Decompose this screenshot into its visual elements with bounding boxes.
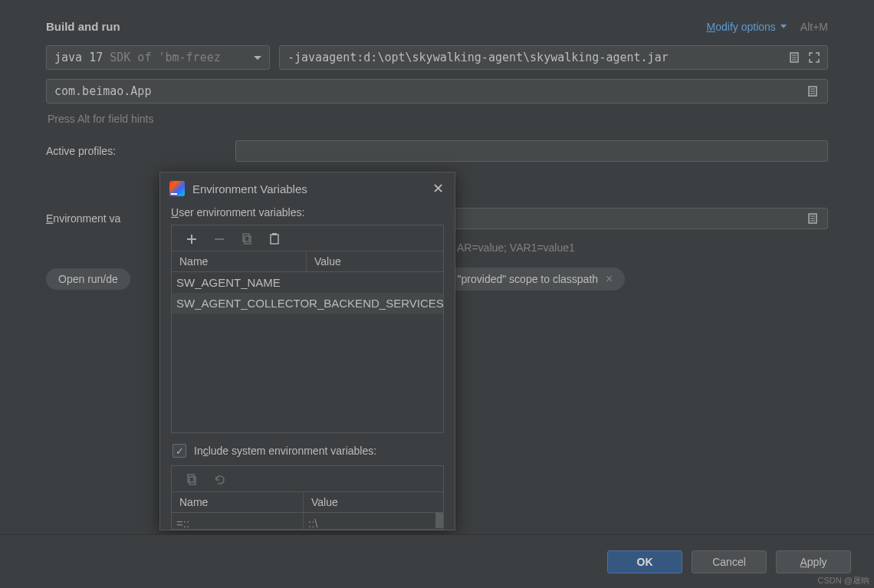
column-name[interactable]: Name bbox=[172, 492, 304, 512]
insert-icon[interactable] bbox=[807, 212, 820, 225]
main-class-input[interactable]: com.beimao.App bbox=[46, 79, 828, 103]
field-hint: Press Alt for field hints bbox=[48, 113, 828, 125]
svg-rect-13 bbox=[245, 236, 251, 244]
user-env-label: User environment variables: bbox=[160, 203, 455, 225]
close-icon[interactable]: × bbox=[606, 272, 613, 286]
insert-icon[interactable] bbox=[807, 85, 820, 97]
sys-env-table-header: Name Value bbox=[171, 491, 444, 513]
remove-icon[interactable] bbox=[213, 233, 225, 245]
insert-icon[interactable] bbox=[789, 51, 801, 64]
user-env-table-header: Name Value bbox=[171, 251, 444, 272]
table-row[interactable]: SW_AGENT_COLLECTOR_BACKEND_SERVICES bbox=[172, 293, 443, 314]
vm-options-input[interactable]: -javaagent:d:\opt\skywalking-agent\skywa… bbox=[279, 45, 828, 70]
expand-icon[interactable] bbox=[809, 52, 820, 63]
table-row[interactable]: SW_AGENT_NAME bbox=[172, 272, 443, 293]
copy-icon[interactable] bbox=[186, 474, 198, 486]
modify-options-link[interactable]: Modify options bbox=[707, 21, 787, 33]
sdk-dropdown[interactable]: java 17 SDK of 'bm-freez bbox=[46, 45, 270, 70]
env-helper-text: AR=value; VAR1=value1 bbox=[457, 241, 828, 254]
undo-icon[interactable] bbox=[213, 474, 225, 486]
dialog-title: Environment Variables bbox=[192, 182, 307, 195]
include-system-label: Include system environment variables: bbox=[194, 445, 376, 457]
env-variables-dialog: Environment Variables ✕ User environment… bbox=[159, 172, 455, 531]
dialog-footer: OK Cancel Apply bbox=[0, 534, 874, 588]
svg-rect-12 bbox=[243, 234, 249, 241]
intellij-icon bbox=[169, 181, 185, 196]
sys-env-toolbar bbox=[171, 465, 444, 491]
active-profiles-label: Active profiles: bbox=[46, 145, 176, 157]
cancel-button[interactable]: Cancel bbox=[692, 550, 767, 573]
copy-icon[interactable] bbox=[241, 233, 253, 245]
column-value[interactable]: Value bbox=[307, 251, 443, 271]
chevron-down-icon bbox=[780, 25, 787, 28]
chip-open-run[interactable]: Open run/de bbox=[46, 268, 130, 290]
svg-rect-14 bbox=[271, 235, 278, 244]
include-system-checkbox[interactable]: ✓ bbox=[172, 444, 186, 458]
chevron-down-icon bbox=[254, 56, 261, 60]
close-icon[interactable]: ✕ bbox=[432, 180, 444, 197]
ok-button[interactable]: OK bbox=[607, 550, 682, 573]
apply-button[interactable]: Apply bbox=[776, 550, 851, 573]
build-run-title: Build and run bbox=[46, 20, 120, 33]
shortcut-hint: Alt+M bbox=[800, 21, 828, 33]
table-row[interactable]: =:: ::\ bbox=[171, 513, 444, 530]
svg-rect-16 bbox=[188, 475, 194, 482]
svg-rect-17 bbox=[189, 477, 196, 485]
env-variables-label: Environment va bbox=[46, 212, 176, 225]
user-env-toolbar bbox=[171, 225, 444, 251]
scrollbar[interactable] bbox=[435, 513, 443, 528]
column-name[interactable]: Name bbox=[172, 251, 307, 271]
column-value[interactable]: Value bbox=[304, 492, 443, 512]
add-icon[interactable] bbox=[186, 233, 198, 245]
svg-rect-15 bbox=[272, 233, 277, 235]
section-header: Build and run Modify options Alt+M bbox=[46, 0, 828, 45]
paste-icon[interactable] bbox=[268, 233, 281, 245]
active-profiles-input[interactable] bbox=[235, 140, 828, 162]
user-env-table[interactable]: SW_AGENT_NAME SW_AGENT_COLLECTOR_BACKEND… bbox=[171, 272, 444, 433]
